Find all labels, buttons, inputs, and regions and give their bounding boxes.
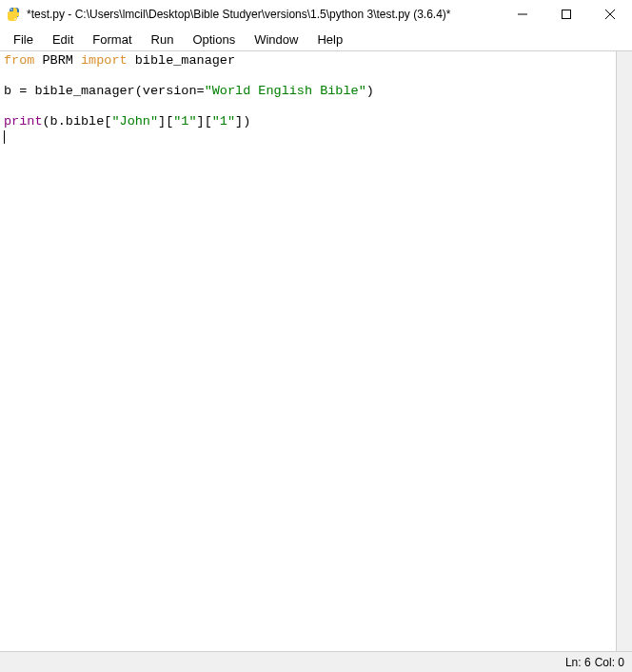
code-text: ][ <box>158 114 173 128</box>
minimize-button[interactable] <box>501 0 544 29</box>
svg-point-0 <box>10 9 12 10</box>
menu-run[interactable]: Run <box>142 30 184 49</box>
code-text: b = bible_manager(version= <box>4 84 205 98</box>
scrollbar-thumb[interactable] <box>617 51 632 651</box>
menu-edit[interactable]: Edit <box>43 30 83 49</box>
text-cursor <box>4 130 5 144</box>
window-title: *test.py - C:\Users\lmcil\Desktop\Bible … <box>27 8 501 21</box>
window-controls <box>501 0 632 28</box>
close-button[interactable] <box>588 0 632 29</box>
code-text: ]) <box>235 114 250 128</box>
svg-point-1 <box>14 18 16 20</box>
string-literal: "1" <box>173 114 196 128</box>
menu-file[interactable]: File <box>4 30 43 49</box>
code-text: bible_manager <box>128 53 235 68</box>
menu-help[interactable]: Help <box>307 30 352 49</box>
keyword-from: from <box>4 53 34 68</box>
code-text: ][ <box>197 114 212 128</box>
menu-format[interactable]: Format <box>83 30 141 49</box>
keyword-import: import <box>81 53 128 68</box>
code-text: (b.bible[ <box>43 114 112 128</box>
svg-rect-2 <box>563 10 571 19</box>
maximize-button[interactable] <box>544 0 588 29</box>
code-text: ) <box>366 84 374 98</box>
status-line: Ln: 6 <box>565 656 591 669</box>
titlebar: *test.py - C:\Users\lmcil\Desktop\Bible … <box>0 0 632 29</box>
code-editor[interactable]: from PBRM import bible_manager b = bible… <box>0 51 616 651</box>
string-literal: "World English Bible" <box>205 84 366 98</box>
editor-container: from PBRM import bible_manager b = bible… <box>0 51 632 651</box>
code-text: PBRM <box>34 53 81 68</box>
string-literal: "1" <box>212 114 235 128</box>
menubar: File Edit Format Run Options Window Help <box>0 29 632 51</box>
menu-options[interactable]: Options <box>183 30 245 49</box>
builtin-print: print <box>4 114 43 128</box>
string-literal: "John" <box>111 114 158 128</box>
vertical-scrollbar[interactable] <box>616 51 632 651</box>
status-column: Col: 0 <box>595 656 624 669</box>
menu-window[interactable]: Window <box>245 30 307 49</box>
app-icon <box>6 7 21 22</box>
statusbar: Ln: 6 Col: 0 <box>0 651 632 672</box>
